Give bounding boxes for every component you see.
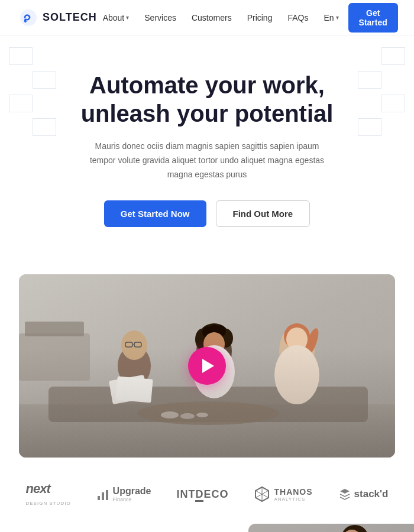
svg-rect-3 [19, 404, 395, 458]
svg-rect-12 [109, 375, 148, 404]
svg-point-27 [274, 345, 319, 404]
deco-rect-3 [9, 95, 33, 112]
deco-rect-1 [9, 47, 33, 65]
logo-intdeco: INTDECO [176, 488, 228, 501]
svg-point-29 [161, 411, 179, 419]
navbar: SOLTECH About ▾ Services Customers Prici… [0, 0, 414, 35]
find-out-more-button[interactable]: Find Out More [216, 200, 310, 227]
nav-get-started-button[interactable]: Get Started [348, 3, 398, 33]
nav-services[interactable]: Services [138, 9, 182, 26]
person-svg [248, 524, 414, 532]
hero-section: Automate your work, unleash your potenti… [0, 35, 414, 274]
upgrade-icon [96, 488, 109, 501]
play-button[interactable] [188, 347, 226, 385]
svg-rect-6 [48, 387, 368, 422]
logos-section: next DESIGN STUDIO Upgrade Finance INTDE… [0, 458, 414, 531]
svg-rect-33 [102, 492, 104, 500]
nav-about[interactable]: About ▾ [97, 9, 135, 26]
svg-point-7 [118, 345, 151, 387]
get-started-now-button[interactable]: Get Started Now [104, 200, 206, 227]
svg-point-1 [24, 20, 27, 22]
logo-icon [19, 8, 38, 27]
upgrade-logo-mark: Upgrade Finance [96, 486, 151, 502]
hero-subtitle: Mauris donec ociis diam magnis sapien sa… [83, 140, 331, 181]
logo-next: next DESIGN STUDIO [25, 481, 70, 507]
hero-title: Automate your work, unleash your potenti… [47, 71, 367, 128]
thanos-icon [254, 486, 270, 502]
lang-chevron-icon: ▾ [336, 14, 339, 21]
svg-rect-13 [115, 377, 153, 403]
svg-point-31 [196, 413, 208, 417]
play-icon [202, 359, 214, 373]
nav-pricing[interactable]: Pricing [241, 9, 279, 26]
nav-lang[interactable]: En ▾ [318, 9, 344, 26]
svg-rect-5 [25, 322, 84, 336]
svg-rect-39 [248, 524, 414, 532]
next-logo-mark: next DESIGN STUDIO [25, 481, 70, 507]
svg-point-28 [137, 401, 279, 425]
brand-name: SOLTECH [43, 11, 97, 24]
stackd-icon [338, 488, 351, 501]
endless-image [248, 524, 414, 532]
deco-rect-5 [381, 47, 405, 65]
logo[interactable]: SOLTECH [19, 8, 97, 27]
svg-rect-32 [98, 496, 100, 500]
svg-point-26 [286, 327, 308, 351]
svg-point-30 [180, 413, 195, 419]
logo-thanos: THANOS ANALYTICS [254, 486, 312, 502]
nav-links: About ▾ Services Customers Pricing FAQs … [97, 3, 398, 33]
about-chevron-icon: ▾ [126, 14, 129, 21]
logo-stackd: stack'd [338, 488, 389, 501]
svg-point-0 [20, 9, 37, 26]
deco-rect-7 [381, 95, 405, 112]
hero-buttons: Get Started Now Find Out More [47, 200, 367, 227]
logo-upgrade: Upgrade Finance [96, 486, 151, 502]
nav-faqs[interactable]: FAQs [282, 9, 314, 26]
nav-customers[interactable]: Customers [186, 9, 238, 26]
svg-rect-34 [106, 490, 108, 500]
svg-rect-4 [19, 333, 90, 381]
video-container [19, 274, 395, 458]
